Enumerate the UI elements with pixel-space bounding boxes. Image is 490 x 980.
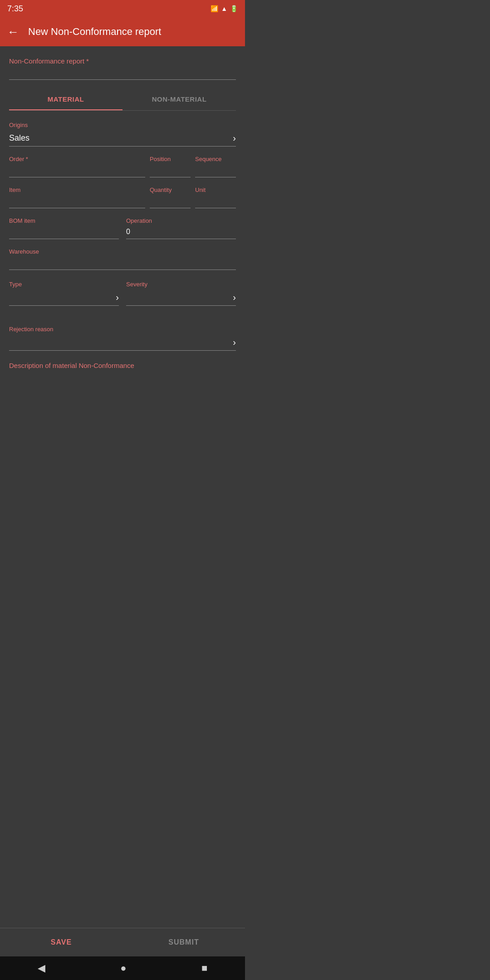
unit-input[interactable] [195, 195, 236, 208]
wifi-icon: 📶 [211, 5, 218, 12]
sequence-input[interactable] [195, 164, 236, 177]
battery-icon: 🔋 [230, 5, 238, 12]
tab-material[interactable]: MATERIAL [9, 89, 122, 110]
item-label: Item [9, 186, 145, 193]
order-col: Order * [9, 156, 145, 177]
ncr-field: Non-Conformance report * [9, 57, 236, 80]
severity-col: Severity › [126, 281, 236, 315]
quantity-label: Quantity [150, 186, 191, 193]
status-icons: 📶 ▲ 🔋 [211, 5, 238, 12]
app-bar-title: New Non-Conformance report [28, 26, 161, 38]
ncr-input[interactable] [9, 67, 236, 80]
rejection-section: Rejection reason › [9, 326, 236, 351]
origins-label: Origins [9, 122, 236, 128]
origins-value: Sales [9, 133, 233, 143]
status-bar: 7:35 📶 ▲ 🔋 [0, 0, 245, 17]
tab-non-material[interactable]: NON-MATERIAL [122, 89, 236, 110]
description-input[interactable] [9, 373, 236, 427]
operation-input[interactable] [126, 226, 236, 239]
position-col: Position [150, 156, 191, 177]
order-input[interactable] [9, 164, 145, 177]
operation-col: Operation [126, 217, 236, 239]
warehouse-input[interactable] [9, 257, 236, 270]
type-col: Type › [9, 281, 119, 315]
bom-col: BOM item [9, 217, 119, 239]
ncr-label: Non-Conformance report * [9, 57, 236, 65]
type-severity-row: Type › Severity › [9, 281, 236, 315]
origins-chevron-icon: › [233, 133, 236, 143]
rejection-reason-selector[interactable]: › [9, 334, 236, 351]
tabs: MATERIAL NON-MATERIAL [9, 89, 236, 111]
quantity-input[interactable] [150, 195, 191, 208]
sequence-label: Sequence [195, 156, 236, 162]
bom-item-label: BOM item [9, 217, 119, 224]
order-position-sequence-row: Order * Position Sequence [9, 156, 236, 177]
status-time: 7:35 [7, 4, 23, 14]
form-content: Non-Conformance report * MATERIAL NON-MA… [0, 46, 245, 531]
severity-chevron-icon: › [233, 292, 236, 303]
item-quantity-unit-row: Item Quantity Unit [9, 186, 236, 208]
unit-col: Unit [195, 186, 236, 208]
app-bar: ← New Non-Conformance report [0, 17, 245, 46]
quantity-col: Quantity [150, 186, 191, 208]
signal-icon: ▲ [221, 5, 227, 12]
type-chevron-icon: › [116, 292, 119, 303]
position-input[interactable] [150, 164, 191, 177]
order-label: Order * [9, 156, 145, 162]
type-label: Type [9, 281, 119, 288]
description-section: Description of material Non-Conformance [9, 362, 236, 429]
warehouse-label: Warehouse [9, 248, 236, 255]
severity-label: Severity [126, 281, 236, 288]
origins-selector[interactable]: Sales › [9, 130, 236, 147]
back-button[interactable]: ← [7, 25, 19, 39]
sequence-col: Sequence [195, 156, 236, 177]
rejection-reason-label: Rejection reason [9, 326, 236, 333]
item-col: Item [9, 186, 145, 208]
bom-operation-row: BOM item Operation [9, 217, 236, 239]
bom-item-input[interactable] [9, 226, 119, 239]
severity-selector[interactable]: › [126, 289, 236, 306]
rejection-reason-chevron-icon: › [233, 337, 236, 348]
position-label: Position [150, 156, 191, 162]
item-input[interactable] [9, 195, 145, 208]
warehouse-section: Warehouse [9, 248, 236, 270]
description-label: Description of material Non-Conformance [9, 362, 236, 369]
unit-label: Unit [195, 186, 236, 193]
operation-label: Operation [126, 217, 236, 224]
type-selector[interactable]: › [9, 289, 119, 306]
origins-section: Origins Sales › [9, 122, 236, 147]
